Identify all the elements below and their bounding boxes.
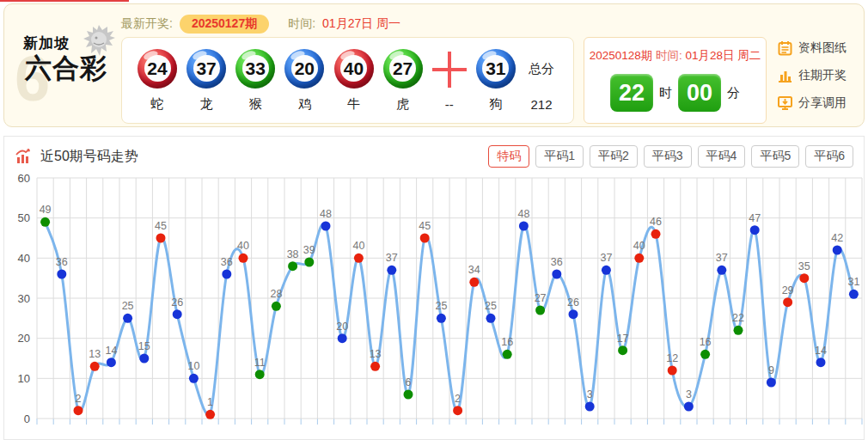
ball-number: 37 <box>193 55 220 82</box>
ball-zodiac: 狗 <box>489 96 502 113</box>
svg-text:12: 12 <box>666 352 678 364</box>
svg-text:26: 26 <box>567 296 579 309</box>
svg-text:13: 13 <box>370 348 382 360</box>
ball-zodiac: 牛 <box>347 96 360 113</box>
period-badge[interactable]: 20250127期 <box>180 15 269 34</box>
ball-sphere: 20 <box>284 49 324 89</box>
svg-text:20: 20 <box>18 332 30 345</box>
svg-text:40: 40 <box>352 240 364 252</box>
plus-zodiac: -- <box>445 97 454 112</box>
tab-normal-3[interactable]: 平码3 <box>644 145 692 168</box>
svg-text:29: 29 <box>782 284 794 296</box>
link-share[interactable]: 分享调用 <box>777 95 865 111</box>
svg-text:1: 1 <box>207 396 213 408</box>
next-draw-panel: 20250128期 时间: 01月28日 周二 22 时 00 分 <box>584 37 767 124</box>
share-icon <box>777 95 793 111</box>
svg-text:14: 14 <box>105 345 117 357</box>
ball-number: 20 <box>291 55 318 82</box>
quick-links: 资料图纸 往期开奖 分享调用 <box>777 40 865 111</box>
tab-normal-5[interactable]: 平码5 <box>751 145 799 168</box>
link-material-label: 资料图纸 <box>798 40 847 56</box>
ball-zodiac: 鸡 <box>298 96 311 113</box>
trend-tabs: 特码 平码1 平码2 平码3 平码4 平码5 平码6 <box>488 145 853 168</box>
logo-line2: 六合彩 <box>25 51 107 87</box>
draw-time-value: 01月27日 周一 <box>322 16 400 32</box>
svg-text:16: 16 <box>700 336 712 348</box>
result-ball: 27 虎 <box>382 49 425 113</box>
ball-number: 33 <box>242 55 269 82</box>
trend-title-group: 近50期号码走势 <box>15 148 138 166</box>
svg-text:13: 13 <box>89 348 101 360</box>
tab-normal-4[interactable]: 平码4 <box>698 145 746 168</box>
top-edge-decor <box>0 0 129 2</box>
link-material[interactable]: 资料图纸 <box>777 40 865 56</box>
svg-text:31: 31 <box>847 276 859 288</box>
tab-special[interactable]: 特码 <box>488 145 529 168</box>
result-ball: 37 龙 <box>185 49 228 113</box>
svg-text:45: 45 <box>419 220 431 232</box>
special-ball: 31 狗 <box>474 49 517 113</box>
minute-unit-label: 分 <box>727 85 740 101</box>
svg-text:60: 60 <box>18 172 30 185</box>
link-history-label: 往期开奖 <box>798 68 847 83</box>
ball-number: 31 <box>482 55 509 82</box>
svg-text:37: 37 <box>386 252 398 264</box>
svg-text:36: 36 <box>56 256 68 268</box>
svg-text:10: 10 <box>187 360 199 372</box>
ball-zodiac: 蛇 <box>151 96 164 113</box>
tab-normal-1[interactable]: 平码1 <box>535 145 584 168</box>
svg-text:14: 14 <box>815 345 827 357</box>
svg-text:46: 46 <box>650 216 662 228</box>
latest-draw-info: 最新开奖: 20250127期 时间: 01月27日 周一 <box>121 15 400 34</box>
svg-text:22: 22 <box>732 312 744 324</box>
svg-text:26: 26 <box>171 296 183 309</box>
svg-text:15: 15 <box>138 340 150 352</box>
svg-text:40: 40 <box>237 240 249 252</box>
ball-sphere: 27 <box>383 49 423 89</box>
svg-text:0: 0 <box>24 412 30 425</box>
plus-separator: -- <box>431 50 468 112</box>
svg-text:37: 37 <box>716 252 728 264</box>
svg-text:2: 2 <box>76 393 82 405</box>
next-date: 01月28日 周二 <box>686 49 761 62</box>
trend-line-chart[interactable]: 0102030405060493621314251545261013640112… <box>6 171 865 434</box>
ball-sphere: 33 <box>235 49 275 89</box>
svg-text:42: 42 <box>831 232 843 244</box>
svg-text:35: 35 <box>798 260 810 272</box>
result-balls-panel: 24 蛇 37 龙 33 猴 20 鸡 40 牛 27 虎 -- 31 狗 <box>121 37 574 124</box>
result-ball: 20 鸡 <box>283 49 326 113</box>
ball-number: 27 <box>389 55 416 82</box>
total-score: 总分 212 <box>523 50 559 112</box>
result-ball: 40 牛 <box>333 49 376 113</box>
chart-bar-icon <box>777 67 793 83</box>
ball-number: 24 <box>144 55 171 82</box>
svg-text:10: 10 <box>18 372 30 385</box>
draw-time-label: 时间: <box>288 16 315 32</box>
trend-header: 近50期号码走势 特码 平码1 平码2 平码3 平码4 平码5 平码6 <box>4 137 864 171</box>
svg-text:3: 3 <box>686 388 692 400</box>
link-history[interactable]: 往期开奖 <box>777 67 865 83</box>
svg-text:45: 45 <box>155 220 167 232</box>
svg-text:9: 9 <box>768 364 774 376</box>
ball-sphere: 37 <box>186 49 226 89</box>
hour-unit-label: 时 <box>659 85 672 101</box>
tab-normal-6[interactable]: 平码6 <box>805 145 853 168</box>
countdown: 22 时 00 分 <box>584 74 766 112</box>
svg-text:39: 39 <box>303 244 315 256</box>
notes-icon <box>777 40 793 56</box>
svg-text:16: 16 <box>501 336 513 348</box>
svg-text:11: 11 <box>254 357 266 369</box>
ball-sphere: 40 <box>334 49 374 89</box>
svg-text:38: 38 <box>287 248 299 260</box>
ball-sphere: 31 <box>476 49 516 89</box>
svg-text:6: 6 <box>406 376 412 388</box>
svg-text:47: 47 <box>749 212 761 224</box>
svg-text:36: 36 <box>551 256 563 268</box>
next-period: 20250128期 <box>590 49 653 62</box>
svg-text:25: 25 <box>122 300 134 312</box>
tab-normal-2[interactable]: 平码2 <box>590 145 638 168</box>
site-logo[interactable]: 6 新加坡 六合彩 <box>16 27 118 109</box>
svg-text:49: 49 <box>40 204 52 216</box>
trend-chart-icon <box>15 148 34 165</box>
countdown-minutes: 00 <box>678 74 721 112</box>
